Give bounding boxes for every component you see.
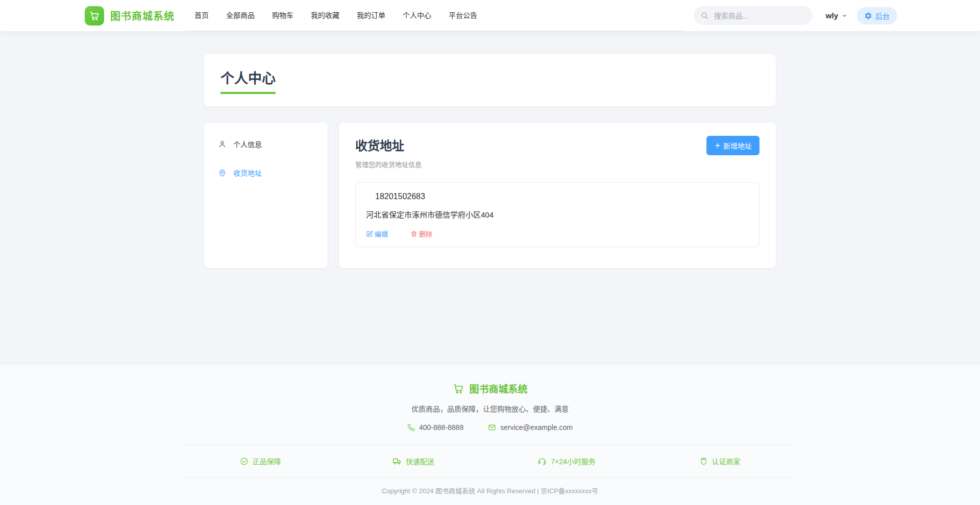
badge-icon [699,457,708,466]
search-icon [701,12,709,20]
trash-icon [410,230,418,237]
address-panel: 收货地址 管理您的收货地址信息 新增地址 18201502683 [339,123,776,268]
delete-address-button[interactable]: 删除 [410,229,432,238]
feature-fast-delivery: 快速配送 [337,456,490,466]
cart-icon [85,6,104,26]
sidebar-item-label: 个人信息 [233,139,262,149]
add-address-label: 新增地址 [723,140,752,151]
brand-name: 图书商城系统 [110,8,175,23]
user-menu[interactable]: wly [826,11,848,20]
gear-icon [864,12,872,20]
edit-icon [366,230,373,237]
plus-icon [714,142,721,149]
headset-icon [537,456,547,466]
footer-contacts: 400-888-8888 service@example.com [0,423,980,431]
page-title: 个人中心 [220,67,760,94]
main-content: 个人中心 个人信息 [0,31,980,364]
panel-title: 收货地址 [355,136,422,154]
header-right: wly 后台 [694,6,897,25]
footer-phone: 400-888-8888 [407,423,463,431]
page-title-card: 个人中心 [204,54,776,106]
nav-item-cart[interactable]: 购物车 [263,0,302,31]
nav-item-favorites[interactable]: 我的收藏 [302,0,348,31]
location-icon [218,169,227,177]
sidebar-item-personal-info[interactable]: 个人信息 [211,132,321,156]
panel-subtitle: 管理您的收货地址信息 [355,159,422,169]
admin-button-label: 后台 [875,11,890,21]
admin-button[interactable]: 后台 [857,7,897,25]
copyright: Copyright © 2024 图书商城系统 All Rights Reser… [0,477,980,505]
username: wly [826,11,838,20]
cart-icon [452,382,464,395]
footer-email: service@example.com [488,423,573,431]
nav-item-home[interactable]: 首页 [186,0,217,31]
search-input[interactable] [713,11,805,20]
address-card: 18201502683 河北省保定市涿州市德信学府小区404 编辑 [355,182,760,247]
footer-tagline: 优质商品，品质保障，让您购物放心、便捷、满意 [0,403,980,414]
app-header: 图书商城系统 首页 全部商品 购物车 我的收藏 我的订单 个人中心 平台公告 w… [0,0,980,31]
profile-sidebar: 个人信息 收货地址 [204,123,328,268]
feature-service-247: 7×24小时服务 [490,456,643,466]
edit-label: 编辑 [375,229,388,238]
site-footer: 图书商城系统 优质商品，品质保障，让您购物放心、便捷、满意 400-888-88… [0,364,980,505]
address-phone: 18201502683 [375,192,749,201]
feature-authentic: 正品保障 [184,456,337,466]
brand-logo[interactable]: 图书商城系统 [85,6,175,26]
mail-icon [488,423,496,431]
footer-brand: 图书商城系统 [0,381,980,395]
user-icon [218,140,227,149]
nav-item-orders[interactable]: 我的订单 [348,0,394,31]
edit-address-button[interactable]: 编辑 [366,229,388,238]
sidebar-item-shipping-address[interactable]: 收货地址 [211,160,321,185]
chevron-down-icon [841,12,848,19]
feature-certified-merchant: 认证商家 [643,456,796,466]
truck-icon [393,456,402,466]
footer-features: 正品保障 快速配送 7×24小时 [184,445,796,477]
phone-icon [407,424,415,431]
sidebar-item-label: 收货地址 [233,167,262,178]
footer-brand-name: 图书商城系统 [469,381,527,395]
add-address-button[interactable]: 新增地址 [706,136,760,155]
check-circle-icon [240,457,249,466]
address-text: 河北省保定市涿州市德信学府小区404 [366,209,749,220]
main-nav: 首页 全部商品 购物车 我的收藏 我的订单 个人中心 平台公告 [186,0,684,31]
nav-item-all-products[interactable]: 全部商品 [217,0,263,31]
nav-item-profile[interactable]: 个人中心 [394,0,440,31]
search-box[interactable] [694,6,813,25]
delete-label: 删除 [419,229,432,238]
nav-item-announcements[interactable]: 平台公告 [440,0,486,31]
